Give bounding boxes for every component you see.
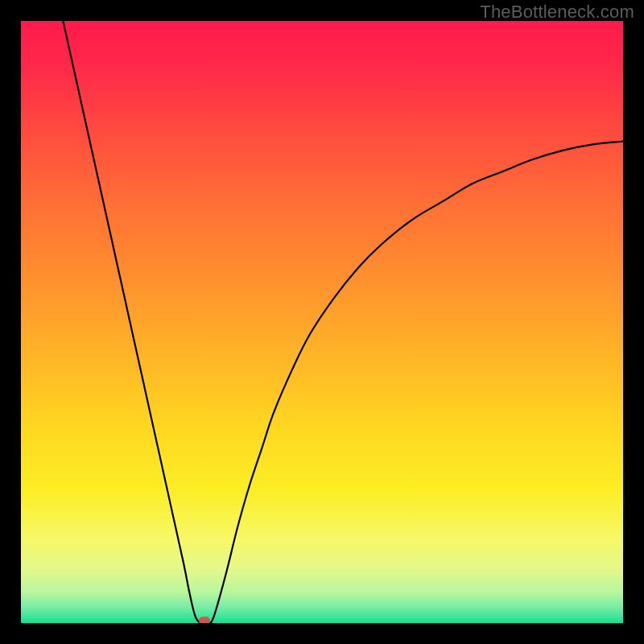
- curve-layer: [21, 21, 623, 623]
- bottleneck-curve: [63, 21, 623, 623]
- watermark-text: TheBottleneck.com: [480, 2, 634, 23]
- chart-container: TheBottleneck.com: [0, 0, 644, 644]
- optimal-point-marker: [199, 617, 210, 623]
- plot-area: [21, 21, 623, 623]
